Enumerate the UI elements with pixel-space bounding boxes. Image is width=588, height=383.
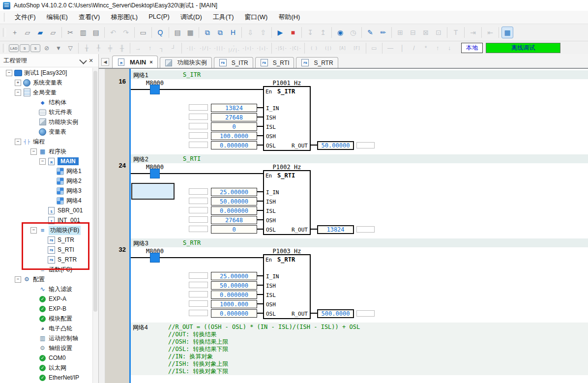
network-header[interactable]: 网络1 S_ITR — [131, 70, 588, 79]
tree-expander-icon[interactable]: − — [15, 276, 21, 283]
operand-cell-empty[interactable] — [356, 142, 375, 148]
tree-item-s-itr[interactable]: −FBS_ITR — [0, 235, 92, 245]
contact-open-icon[interactable]: -||- — [184, 43, 198, 53]
tab-s-itr[interactable]: FBS_ITR — [214, 57, 253, 68]
operand-cell-empty[interactable] — [189, 291, 208, 297]
line-corner-up-icon[interactable]: ┘ — [168, 43, 179, 53]
input-value-box[interactable]: 0.000000 — [211, 309, 257, 318]
upload-list-icon[interactable]: ⇧ — [257, 27, 269, 38]
run-icon[interactable]: ▶ — [274, 27, 286, 38]
coil-tool-icon[interactable]: ⊘ — [41, 43, 52, 53]
input-value-box[interactable]: 50.00000 — [211, 281, 257, 290]
oscilloscope-icon[interactable]: ◷ — [347, 27, 359, 38]
output-value-box[interactable]: 500.0000 — [317, 309, 354, 318]
input-value-box[interactable]: 25.00000 — [211, 188, 257, 196]
tree-item-program-blocks[interactable]: −▦程序块 — [0, 147, 92, 156]
tree-item-s-rtr[interactable]: −FBS_RTR — [0, 255, 92, 265]
tree-item-config[interactable]: −⚙配置 — [0, 274, 92, 284]
tab-s-rtr[interactable]: FBS_RTR — [296, 57, 338, 68]
tree-item-var-table[interactable]: −变量表 — [0, 127, 92, 137]
st-mode-icon[interactable]: S — [30, 44, 40, 52]
operand-cell-empty[interactable] — [189, 114, 208, 120]
input-value-box[interactable]: 1000.000 — [211, 300, 257, 308]
tree-item-ethernet-ip[interactable]: −✓EtherNet/IP — [0, 373, 92, 383]
tree-item-module-config[interactable]: −✓模块配置 — [0, 314, 92, 324]
tree-item-network4[interactable]: −网络4 — [0, 196, 92, 206]
function-block-s-rti[interactable]: En S_RTI I_IN ISH ISL OSH OSL R_OUT — [263, 170, 311, 235]
tree-item-system-vars[interactable]: +系统变量表 — [0, 78, 92, 88]
menu-debug[interactable]: 调试(D) — [175, 11, 207, 23]
tree-item-fb-instances[interactable]: −功能块实例 — [0, 117, 92, 127]
download-list-icon[interactable]: ⇩ — [244, 27, 256, 38]
logout-icon[interactable]: ⇤ — [484, 27, 496, 38]
test-icon[interactable]: T — [450, 27, 462, 38]
paste-icon[interactable]: ▤ — [90, 27, 102, 38]
upload-program-icon[interactable]: ↥ — [317, 27, 329, 38]
delete-icon[interactable]: ▭ — [137, 27, 149, 38]
delete-line-icon[interactable]: / — [409, 43, 419, 53]
operand-cell-empty[interactable] — [189, 104, 208, 111]
ladder-canvas[interactable]: 16 24 32 网络1 S_ITR M8000 P1 — [105, 69, 588, 383]
login-icon[interactable]: ⇥ — [467, 27, 479, 38]
line-corner-down-icon[interactable]: ┐ — [156, 43, 167, 53]
operand-cell-empty[interactable] — [189, 132, 208, 139]
contact-closed-icon[interactable]: -|/|- — [199, 43, 212, 53]
operand-cell-empty[interactable] — [189, 282, 208, 288]
clear-table-icon[interactable]: ⊟ — [407, 27, 419, 38]
delete-cross-icon[interactable]: * — [420, 43, 431, 53]
contact-rising-icon[interactable]: -|↑|- — [241, 43, 255, 53]
input-value-box[interactable]: 25.00000 — [211, 272, 257, 280]
input-value-box[interactable]: 50.00000 — [211, 197, 257, 206]
set-coil-icon[interactable]: -|S|- — [274, 43, 288, 53]
close-panel-icon[interactable]: ✕ — [87, 57, 95, 64]
save-icon[interactable]: ▰ — [34, 27, 46, 38]
save-all-icon[interactable]: ▱ — [47, 27, 59, 38]
down-arrow-filled-icon[interactable]: ▼ — [53, 43, 64, 53]
tree-item-ecam[interactable]: −◕电子凸轮 — [0, 324, 92, 333]
pin-icon[interactable] — [79, 57, 87, 64]
menu-edit[interactable]: 编辑(E) — [41, 11, 73, 23]
tree-item-motion-axis[interactable]: −▥运动控制轴 — [0, 333, 92, 343]
insert-row-icon[interactable]: ⊠ — [420, 27, 432, 38]
panel-splitter[interactable] — [99, 69, 105, 383]
network-header[interactable]: 网络3 S_RTR — [131, 238, 588, 247]
tree-item-device-table[interactable]: −软元件表 — [0, 107, 92, 117]
operand-cell-empty[interactable] — [189, 123, 208, 129]
tab-s-rti[interactable]: FBS_RTI — [255, 57, 294, 68]
app-instruction-icon[interactable]: [A] — [336, 43, 349, 53]
cascade-windows-icon[interactable]: ⧉ — [202, 27, 213, 38]
operand-cell-empty[interactable] — [189, 198, 208, 204]
input-value-box[interactable]: 0 — [211, 225, 257, 234]
down-arrow-hollow-icon[interactable]: ▽ — [65, 43, 76, 53]
contact-parallel-closed-icon[interactable]: -|//|- — [227, 43, 240, 53]
download-program-icon[interactable]: ↧ — [304, 27, 316, 38]
operand-cell-empty[interactable] — [189, 188, 208, 195]
insert-row-above-icon[interactable]: ╪ — [105, 43, 116, 53]
export-window-icon[interactable]: ⧉ — [214, 27, 226, 38]
tree-item-network2[interactable]: −网络2 — [0, 176, 92, 186]
offline-debug-button[interactable]: 离线调试 — [486, 43, 560, 53]
tree-expander-icon[interactable]: − — [30, 148, 37, 155]
contact-falling-icon[interactable]: -|↓|- — [256, 43, 269, 53]
edit-mode-icon[interactable]: ✏ — [377, 27, 389, 38]
menu-tools[interactable]: 工具(T) — [207, 11, 239, 23]
hline-tool-icon[interactable]: — — [385, 43, 396, 53]
arrow-up-tool-icon[interactable]: ↑ — [432, 43, 443, 53]
arrow-down-tool-icon[interactable]: ↓ — [444, 43, 455, 53]
contact-parallel-icon[interactable]: -|||- — [213, 43, 226, 53]
variable-monitor-icon[interactable]: H — [227, 27, 239, 38]
output-value-box[interactable]: 50.00000 — [317, 141, 354, 150]
tree-item-axis-group[interactable]: −⚙轴组设置 — [0, 343, 92, 353]
tree-item-network3[interactable]: −网络3 — [0, 186, 92, 196]
panel-view-icon[interactable]: ▦ — [501, 27, 513, 38]
output-coil-icon[interactable]: ( ) — [307, 43, 321, 53]
cut-icon[interactable]: ✂ — [64, 27, 76, 38]
input-value-box[interactable]: 0 — [211, 122, 257, 131]
input-value-box[interactable]: 27648 — [211, 216, 257, 224]
operand-cell-empty[interactable] — [189, 226, 208, 232]
function-block-s-rtr[interactable]: En S_RTR I_IN ISH ISL OSH OSL R_OUT — [263, 254, 311, 319]
network-header[interactable]: 网络2 S_RTI — [131, 154, 588, 163]
menu-plc[interactable]: PLC(P) — [143, 11, 175, 23]
lad-mode-icon[interactable]: LAD — [9, 44, 19, 52]
operand-cell-empty[interactable] — [189, 207, 208, 213]
